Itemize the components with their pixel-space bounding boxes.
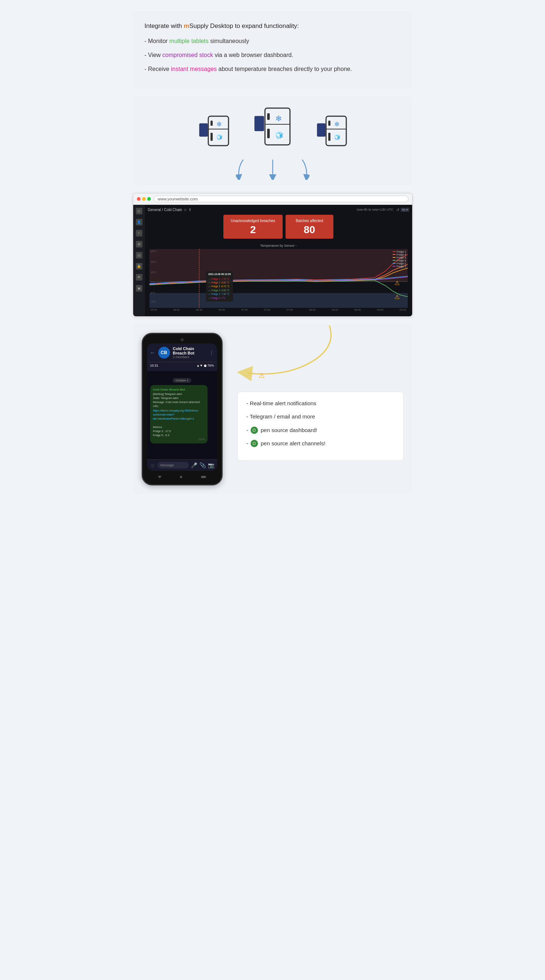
svg-rect-17 xyxy=(328,121,330,126)
chat-avatar: CB xyxy=(158,347,170,358)
breadcrumb-text: General / Cold Chain xyxy=(148,208,182,212)
stat-value-batches: 80 xyxy=(293,225,326,235)
close-dot[interactable] xyxy=(137,197,140,201)
browser-chrome: www.yourwebsite.com xyxy=(133,193,412,205)
message-bubble: Cold Chain Breach Bot [Alerting] Telegra… xyxy=(150,385,208,444)
grafana-sidebar: G 👤 + ⊞ ◎ 🔒 👁 ◉ xyxy=(133,205,145,316)
minimize-dot[interactable] xyxy=(142,197,146,201)
sidebar-icon-eye[interactable]: 👁 xyxy=(136,274,142,281)
warning-icon-bottom: ⚠ xyxy=(395,293,400,301)
back-button[interactable]: ← xyxy=(150,350,155,356)
sidebar-icon-user[interactable]: 👤 xyxy=(136,219,142,226)
device-center: ❄ 🧊 xyxy=(252,105,293,153)
intro-section: Integrate with mSupply Desktop to expand… xyxy=(133,11,413,89)
stat-label-batches: Batches affected xyxy=(293,218,326,223)
feature-list: - Monitor multiple tablets simultaneousl… xyxy=(145,37,401,73)
home-nav[interactable] xyxy=(180,476,182,478)
devices-row: ❄ 🧊 ❄ 🧊 xyxy=(197,105,348,153)
svg-text:❄: ❄ xyxy=(275,114,282,123)
time-range[interactable]: now-9h to now+13h UTC xyxy=(357,208,394,212)
feature-dashboard: - Open source dashboard! xyxy=(247,426,395,435)
list-item-messages: - Receive instant messages about tempera… xyxy=(145,65,401,73)
svg-rect-11 xyxy=(267,129,270,138)
chart-tooltip: 2021-10-08 06:13:09 — Fridge 1 7.70 °C —… xyxy=(206,271,233,302)
phone-time: 10:31 xyxy=(150,364,159,368)
url-text: www.yourwebsite.com xyxy=(158,197,198,201)
chart-svg xyxy=(150,249,408,308)
menu-button[interactable]: ⋮ xyxy=(209,350,214,356)
message-time: 19:04 xyxy=(153,438,205,441)
url-bar[interactable]: www.yourwebsite.com xyxy=(154,196,408,202)
tooltip-fridge1: — Fridge 1 7.70 °C xyxy=(208,277,231,281)
svg-rect-3 xyxy=(210,121,213,126)
star-icon[interactable]: ☆ xyxy=(183,208,187,212)
list-item-tablets: - Monitor multiple tablets simultaneousl… xyxy=(145,37,401,46)
legend-fridge5: Fridge 5 xyxy=(393,256,406,259)
phone-camera xyxy=(181,338,183,341)
legend-fridge1: Fridge 1 xyxy=(393,250,406,253)
message-text: [Alerting] Telegram alert State: Telegra… xyxy=(153,392,205,438)
fridge-icon-left: ❄ 🧊 xyxy=(197,113,230,153)
fridge-icon-right: ❄ 🧊 xyxy=(315,113,348,153)
legend-fridge3: Fridge 3 xyxy=(393,265,406,268)
feature-telegram: - Telegram / email and more xyxy=(247,413,395,421)
brand-name: m xyxy=(183,22,189,29)
recents-nav[interactable] xyxy=(201,476,206,478)
chart-title: Temperature by Sensor - xyxy=(150,244,408,248)
svg-rect-14 xyxy=(317,124,325,137)
sidebar-icon-compass[interactable]: ◎ xyxy=(136,252,142,259)
chat-info: Cold Chain Breach Bot 2 members xyxy=(173,347,206,359)
back-nav[interactable] xyxy=(158,476,161,479)
legend-fridge4: Fridge 4 xyxy=(393,253,406,256)
attach-icon[interactable]: 📎 xyxy=(199,462,206,468)
message-sender: Cold Chain Breach Bot xyxy=(153,388,205,391)
mic-icon[interactable]: 🎤 xyxy=(191,462,197,468)
svg-rect-7 xyxy=(255,116,264,131)
chat-members: 2 members xyxy=(173,355,206,359)
breadcrumb: General / Cold Chain ☆ ⇧ now-9h to now+1… xyxy=(148,208,409,212)
arrows-row xyxy=(236,160,309,180)
phone-screen: ← CB Cold Chain Breach Bot 2 members ⋮ 1… xyxy=(147,344,217,471)
highlight-stock: compromised stock xyxy=(162,52,213,58)
chart-xaxis: 05:40 06:00 06:20 06:40 07:00 07:20 07:4… xyxy=(150,308,408,312)
telegram-header: ← CB Cold Chain Breach Bot 2 members ⋮ xyxy=(147,344,217,362)
highlight-messages: instant messages xyxy=(171,66,217,72)
chart-container: Temperature by Sensor - 20°C 15°C 10°C 5… xyxy=(148,242,409,313)
time-dropdown[interactable]: 5s ▾ xyxy=(401,208,409,212)
arrow-center xyxy=(269,160,276,180)
sidebar-icon-lock[interactable]: 🔒 xyxy=(136,263,142,270)
chat-name: Cold Chain Breach Bot xyxy=(173,347,206,355)
device-right: ❄ 🧊 xyxy=(315,113,348,153)
stat-card-batches: Batches affected 80 xyxy=(285,215,333,239)
telegram-messages: October 1 Cold Chain Breach Bot [Alertin… xyxy=(147,371,217,459)
message-link[interactable]: https://demo.msupply.org:3000/d/xnx-uuGk… xyxy=(153,409,199,421)
feature-alerts: - Open source alert channels! xyxy=(247,439,395,448)
legend-fridge6: Fridge 6 xyxy=(393,259,406,262)
browser-mockup: www.yourwebsite.com G 👤 + ⊞ ◎ 🔒 👁 ◉ Gene… xyxy=(133,193,413,317)
sidebar-icon-add[interactable]: + xyxy=(136,230,142,237)
list-item-stock: - View compromised stock via a web brows… xyxy=(145,51,401,60)
legend-fridge2: Fridge 2 xyxy=(393,262,406,265)
sidebar-icon-circle[interactable]: ◉ xyxy=(136,285,142,292)
svg-text:⚠: ⚠ xyxy=(259,372,265,379)
sidebar-icon-logo: G xyxy=(136,208,142,215)
message-input[interactable]: Message xyxy=(158,462,189,468)
intro-title: Integrate with mSupply Desktop to expand… xyxy=(145,21,401,31)
stat-card-breaches: Unacknowledged breaches 2 xyxy=(223,215,283,239)
svg-text:❄: ❄ xyxy=(334,121,339,128)
tooltip-fridge5: — Fridge 5 6.70 °C xyxy=(208,285,231,288)
stat-label-breaches: Unacknowledged breaches xyxy=(231,218,275,223)
open-source-icon-1: O xyxy=(250,426,258,434)
camera-icon[interactable]: 📷 xyxy=(208,462,214,468)
tooltip-fridge2: — Fridge 2 7.30 °C xyxy=(208,292,231,296)
svg-text:❄: ❄ xyxy=(217,121,222,128)
chart-legend: Fridge 1 Fridge 4 Fridge 5 Fridge 6 Frid… xyxy=(393,250,406,268)
refresh-icon[interactable]: ↺ xyxy=(396,208,399,212)
arrow-right xyxy=(298,160,309,180)
emoji-icon[interactable]: ☺ xyxy=(150,462,155,468)
sidebar-icon-grid[interactable]: ⊞ xyxy=(136,241,142,248)
telegram-input-bar: ☺ Message 🎤 📎 📷 xyxy=(147,459,217,471)
share-icon[interactable]: ⇧ xyxy=(188,208,191,212)
warning-icon-top: ⚠ xyxy=(395,280,400,286)
maximize-dot[interactable] xyxy=(147,197,151,201)
